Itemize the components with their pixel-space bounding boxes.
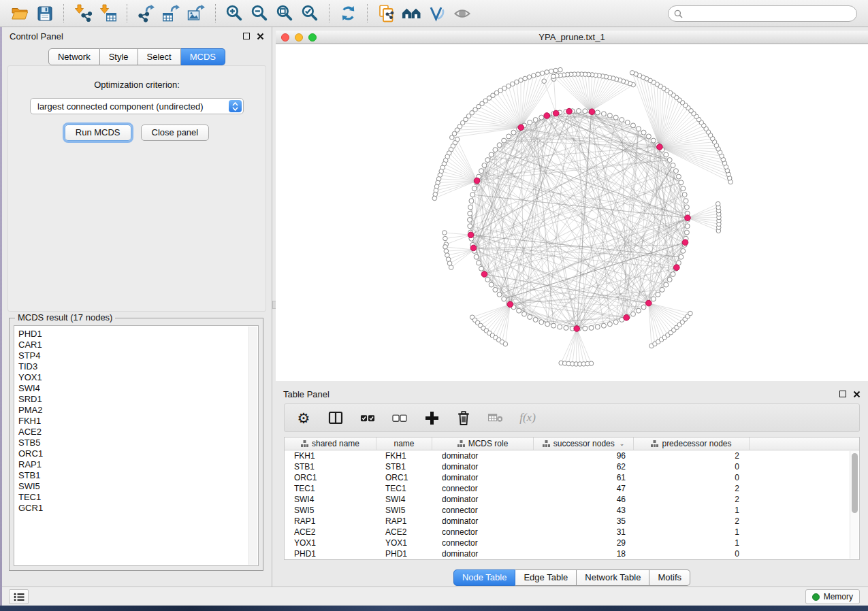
table-row[interactable]: PHD1PHD1dominator180 — [285, 548, 859, 559]
mcds-result-item: FKH1 — [18, 416, 258, 427]
table-scrollbar-thumb[interactable] — [852, 453, 858, 513]
add-column-icon[interactable] — [424, 410, 439, 426]
split-view-icon[interactable] — [328, 410, 343, 426]
mcds-node[interactable] — [589, 109, 595, 115]
mcds-node[interactable] — [481, 271, 487, 278]
table-row[interactable]: ORC1ORC1dominator610 — [285, 472, 859, 483]
float-panel-icon[interactable] — [243, 33, 250, 39]
zoom-fit-icon[interactable] — [274, 3, 295, 24]
tab-mcds[interactable]: MCDS — [181, 48, 225, 65]
zoom-in-icon[interactable] — [224, 3, 245, 24]
mcds-node[interactable] — [646, 300, 652, 306]
table-row[interactable]: YOX1YOX1connector291 — [285, 538, 859, 548]
close-table-panel-icon[interactable] — [853, 391, 861, 398]
main-toolbar — [0, 0, 868, 27]
mcds-node[interactable] — [574, 326, 580, 332]
mcds-node[interactable] — [624, 315, 630, 321]
mcds-result-item: PMA2 — [18, 405, 258, 416]
tab-network-table[interactable]: Network Table — [577, 569, 649, 586]
hide-eye-icon[interactable] — [451, 3, 472, 24]
mcds-node[interactable] — [468, 232, 474, 238]
column-header-successor-nodes[interactable]: successor nodes⌄ — [534, 437, 634, 450]
tab-network[interactable]: Network — [48, 48, 100, 65]
network-home-icon[interactable] — [401, 3, 422, 24]
column-header-predecessor-nodes[interactable]: predecessor nodes — [634, 437, 750, 450]
mcds-node[interactable] — [682, 240, 688, 246]
network-canvas[interactable] — [276, 45, 868, 381]
mcds-node[interactable] — [518, 125, 524, 131]
table-row[interactable]: RAP1RAP1dominator352 — [285, 516, 859, 527]
column-header-MCDS-role[interactable]: MCDS role — [432, 437, 534, 450]
export-network-icon[interactable] — [135, 3, 157, 24]
run-mcds-button[interactable]: Run MCDS — [65, 125, 131, 141]
mcds-node[interactable] — [470, 245, 477, 251]
column-header-shared-name[interactable]: shared name — [285, 437, 376, 450]
tab-edge-table[interactable]: Edge Table — [515, 569, 577, 586]
cell-successor-nodes: 62 — [534, 462, 634, 472]
mcds-node[interactable] — [657, 144, 663, 150]
float-table-panel-icon[interactable] — [839, 391, 846, 397]
share-document-icon[interactable] — [376, 3, 397, 24]
search-input[interactable] — [683, 7, 850, 20]
mcds-node[interactable] — [685, 215, 691, 221]
mcds-result-list[interactable]: PHD1CAR1STP4TID3YOX1SWI4SRD1PMA2FKH1ACE2… — [14, 325, 259, 566]
cell-shared-name: ACE2 — [285, 527, 376, 537]
cell-successor-nodes: 61 — [534, 473, 634, 482]
mcds-node[interactable] — [544, 113, 550, 119]
column-header-name[interactable]: name — [376, 437, 432, 450]
network-view-window: YPA_prune.txt_1 — [276, 31, 868, 381]
optimization-criterion-label: Optimization criterion: — [8, 80, 266, 90]
table-scrollbar[interactable] — [850, 451, 858, 559]
table-row[interactable]: SWI4SWI4dominator462 — [285, 494, 859, 505]
export-table-icon[interactable] — [161, 3, 182, 24]
mcds-node[interactable] — [507, 301, 513, 308]
mcds-node[interactable] — [674, 265, 680, 271]
cell-name: STB1 — [376, 462, 432, 472]
table-row[interactable]: STB1STB1dominator620 — [285, 461, 859, 472]
tab-style[interactable]: Style — [100, 48, 138, 65]
table-row[interactable]: ACE2ACE2connector311 — [285, 527, 859, 538]
cell-predecessor-nodes: 2 — [634, 516, 750, 526]
import-table-icon[interactable] — [97, 3, 118, 24]
task-history-button[interactable] — [9, 589, 29, 604]
cell-MCDS-role: dominator — [432, 451, 534, 461]
close-panel-icon[interactable] — [257, 33, 264, 40]
style-preview-icon[interactable] — [426, 3, 447, 24]
mcds-result-item: STP4 — [18, 350, 258, 361]
refresh-layout-icon[interactable] — [338, 3, 359, 24]
close-panel-button[interactable]: Close panel — [141, 125, 210, 141]
mcds-result-item: RAP1 — [18, 459, 258, 470]
import-network-icon[interactable] — [72, 3, 93, 24]
toolbar-separator — [127, 4, 127, 22]
mcds-node[interactable] — [474, 178, 480, 184]
shared-column-icon — [301, 440, 308, 447]
table-row[interactable]: FKH1FKH1dominator962 — [285, 450, 859, 461]
zoom-selected-icon[interactable] — [300, 3, 321, 24]
search-box[interactable] — [668, 5, 857, 22]
mcds-node[interactable] — [553, 110, 559, 116]
tab-select[interactable]: Select — [138, 48, 181, 65]
tab-node-table[interactable]: Node Table — [453, 569, 516, 586]
select-all-icon[interactable] — [360, 410, 375, 426]
table-row[interactable]: TEC1TEC1connector472 — [285, 483, 859, 494]
open-file-icon[interactable] — [9, 3, 30, 24]
deselect-all-icon[interactable] — [392, 410, 407, 426]
cell-name: SWI5 — [376, 506, 432, 515]
table-row[interactable]: SWI5SWI5connector431 — [285, 505, 859, 516]
cell-name: PHD1 — [376, 549, 432, 559]
cell-name: SWI4 — [376, 495, 432, 504]
tab-motifs[interactable]: Motifs — [649, 569, 690, 586]
memory-button[interactable]: Memory — [805, 589, 860, 604]
export-image-icon[interactable] — [186, 3, 207, 24]
column-label: predecessor nodes — [662, 439, 731, 448]
mcds-node[interactable] — [566, 108, 573, 114]
criterion-select[interactable]: largest connected component (undirected) — [30, 98, 244, 114]
result-scrollbar[interactable] — [248, 327, 257, 565]
delete-column-icon[interactable] — [456, 410, 471, 426]
cell-name: ORC1 — [376, 473, 432, 482]
mcds-result-box: MCDS result (17 nodes) PHD1CAR1STP4TID3Y… — [9, 318, 263, 571]
save-icon[interactable] — [34, 3, 55, 24]
settings-gear-icon[interactable]: ⚙ — [296, 410, 311, 426]
cell-predecessor-nodes: 0 — [634, 462, 750, 472]
zoom-out-icon[interactable] — [249, 3, 270, 24]
